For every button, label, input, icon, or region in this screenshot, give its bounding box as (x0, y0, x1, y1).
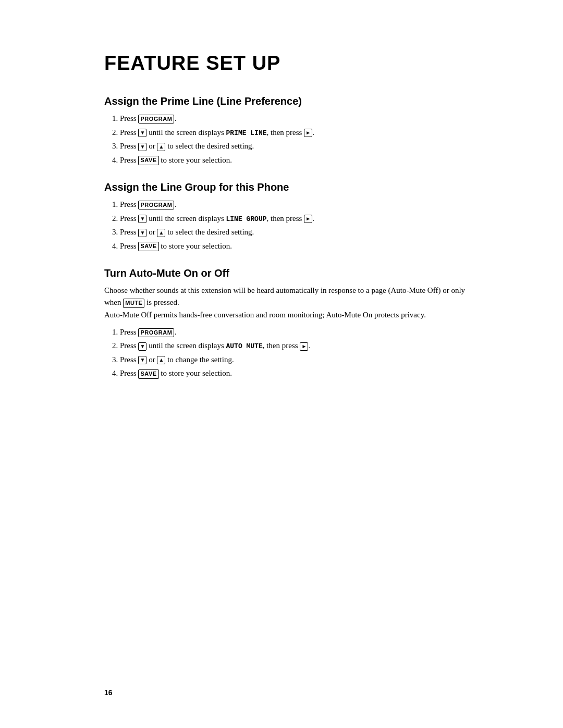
steps-list-auto-mute: Press PROGRAM. Press ▼ until the screen … (120, 326, 480, 379)
steps-list-line-group: Press PROGRAM. Press ▼ until the screen … (120, 199, 480, 252)
save-key-2: SAVE (138, 242, 158, 251)
section-prime-line: Assign the Prime Line (Line Preference) … (104, 95, 480, 166)
step-4-mute: Press SAVE to store your selection. (120, 367, 480, 379)
mute-key-inline: MUTE (123, 299, 144, 307)
step-2-group: Press ▼ until the screen displays LINE G… (120, 213, 480, 225)
step-2-prime: Press ▼ until the screen displays PRIME … (120, 127, 480, 139)
program-key-2: PROGRAM (138, 201, 174, 209)
section-heading-prime-line: Assign the Prime Line (Line Preference) (104, 95, 480, 107)
step-4-prime: Press SAVE to store your selection. (120, 154, 480, 166)
save-key-3: SAVE (138, 369, 158, 378)
down-arrow-1: ▼ (138, 129, 146, 137)
step-4-group: Press SAVE to store your selection. (120, 240, 480, 252)
section-line-group: Assign the Line Group for this Phone Pre… (104, 181, 480, 252)
section-auto-mute: Turn Auto-Mute On or Off Choose whether … (104, 267, 480, 379)
down-arrow-2: ▼ (138, 143, 146, 151)
right-arrow-3: ► (300, 342, 308, 351)
step-3-prime: Press ▼ or ▲ to select the desired setti… (120, 140, 480, 152)
page-number: 16 (104, 688, 113, 697)
display-text-2: LINE GROUP (226, 215, 266, 223)
chapter-title: FEATURE SET UP (104, 52, 480, 75)
display-text-3: AUTO MUTE (226, 342, 262, 350)
up-arrow-2: ▲ (157, 229, 165, 237)
up-arrow-3: ▲ (157, 356, 165, 364)
section-heading-auto-mute: Turn Auto-Mute On or Off (104, 267, 480, 279)
step-1-mute: Press PROGRAM. (120, 326, 480, 338)
down-arrow-4: ▼ (138, 229, 146, 237)
right-arrow-1: ► (304, 129, 312, 137)
up-arrow-1: ▲ (157, 143, 165, 151)
step-3-mute: Press ▼ or ▲ to change the setting. (120, 354, 480, 366)
step-1-prime: Press PROGRAM. (120, 113, 480, 125)
save-key-1: SAVE (138, 156, 158, 165)
down-arrow-3: ▼ (138, 215, 146, 223)
steps-list-prime-line: Press PROGRAM. Press ▼ until the screen … (120, 113, 480, 166)
display-text-1: PRIME LINE (226, 129, 266, 137)
section-heading-line-group: Assign the Line Group for this Phone (104, 181, 480, 193)
right-arrow-2: ► (304, 215, 312, 223)
down-arrow-6: ▼ (138, 356, 146, 364)
page: FEATURE SET UP Assign the Prime Line (Li… (0, 0, 563, 728)
step-2-mute: Press ▼ until the screen displays AUTO M… (120, 340, 480, 352)
program-key-3: PROGRAM (138, 328, 174, 337)
down-arrow-5: ▼ (138, 342, 146, 351)
auto-mute-description-1: Choose whether sounds at this extension … (104, 285, 480, 321)
step-1-group: Press PROGRAM. (120, 199, 480, 211)
program-key-1: PROGRAM (138, 115, 174, 124)
step-3-group: Press ▼ or ▲ to select the desired setti… (120, 226, 480, 238)
